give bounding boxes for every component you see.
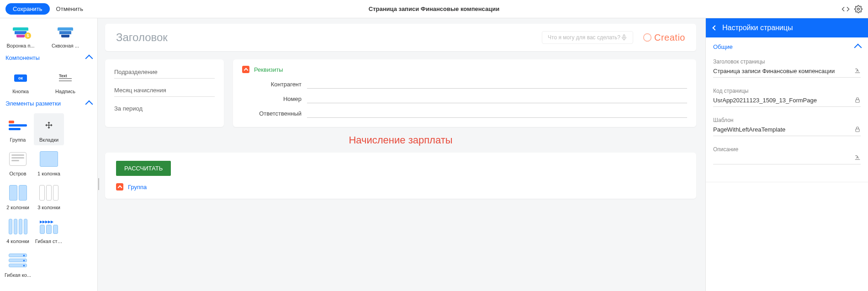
requisites-card[interactable]: Реквизиты Контрагент Номер Ответственный <box>233 59 696 127</box>
page-title: Страница записи Финансовые компенсации <box>369 5 499 12</box>
field-responsible[interactable]: Ответственный <box>242 109 687 118</box>
col1-icon <box>38 150 59 168</box>
chevron-up-icon <box>85 101 93 108</box>
palette-item-4col[interactable]: 4 колонки <box>3 215 33 247</box>
collapse-icon[interactable] <box>242 66 249 73</box>
field-number[interactable]: Номер <box>242 94 687 103</box>
tabs-layout-icon <box>38 116 59 134</box>
field-page-title[interactable]: Заголовок страницы Страница записи Финан… <box>713 58 861 78</box>
palette-item-2col[interactable]: 2 колонки <box>3 181 33 213</box>
col2-icon <box>7 184 28 202</box>
field-subdivision[interactable]: Подразделение <box>114 69 215 79</box>
svg-rect-6 <box>856 100 859 102</box>
collapse-icon[interactable] <box>116 183 123 190</box>
col3-icon <box>38 184 59 202</box>
translate-icon[interactable] <box>854 154 861 161</box>
palette-item-group[interactable]: Группа <box>3 113 33 145</box>
island-layout-icon <box>7 150 28 168</box>
palette-item-3col[interactable]: 3 колонки <box>34 181 64 213</box>
save-button[interactable]: Сохранить <box>5 3 50 15</box>
chevron-up-icon <box>85 55 93 63</box>
palette-item-tabs[interactable]: Вкладки <box>34 113 64 145</box>
settings-panel: Настройки страницы Общие Заголовок стран… <box>705 18 868 291</box>
field-template[interactable]: Шаблон PageWithLeftAreaTemplate <box>713 117 861 136</box>
svg-rect-7 <box>856 129 859 132</box>
palette-item-funnel-through[interactable]: Сквозная ... <box>49 25 81 48</box>
lock-icon <box>854 126 861 132</box>
palette-item-funnel-sales[interactable]: $ Воронка п... <box>5 25 37 48</box>
brand-icon <box>642 32 652 42</box>
cancel-button[interactable]: Отменить <box>56 5 83 12</box>
salary-label[interactable]: Начисление зарплаты <box>105 134 696 146</box>
lock-icon <box>854 97 861 103</box>
palette-item-island[interactable]: Остров <box>3 147 33 179</box>
button-icon: ок <box>11 70 30 86</box>
palette-item-label[interactable]: Text Надпись <box>49 70 81 94</box>
brand-logo: Creatio <box>642 32 685 43</box>
settings-section-general[interactable]: Общие <box>706 37 868 56</box>
flexrow-icon: ▶▶▶▶▶ <box>38 217 59 236</box>
back-icon[interactable] <box>712 25 717 30</box>
code-icon[interactable] <box>842 5 850 13</box>
palette-item-flexrow[interactable]: ▶▶▶▶▶ Гибкая стр... <box>34 215 64 247</box>
chevron-up-icon <box>854 44 862 52</box>
text-icon: Text <box>56 70 74 86</box>
section-layout[interactable]: Элементы разметки <box>0 97 97 110</box>
field-month[interactable]: Месяц начисления <box>114 87 215 97</box>
header-actions <box>842 5 863 13</box>
funnel-through-icon <box>56 25 74 40</box>
field-page-code[interactable]: Код страницы UsrApp20211123_1509_13_Form… <box>713 88 861 107</box>
flexcol-icon: ▼▼▼ <box>7 251 28 270</box>
field-description[interactable]: Описание <box>713 146 861 164</box>
search-input[interactable]: Что я могу для вас сделать? <box>542 31 633 44</box>
palette-item-button[interactable]: ок Кнопка <box>5 70 37 94</box>
section-components[interactable]: Компоненты <box>0 51 97 64</box>
group-title-requisites: Реквизиты <box>254 66 283 73</box>
translate-icon[interactable] <box>854 68 861 74</box>
mic-icon <box>621 34 627 41</box>
resize-grip[interactable] <box>98 178 99 190</box>
svg-point-0 <box>857 8 860 10</box>
group-title-group: Группа <box>128 184 147 190</box>
field-period[interactable]: За период <box>114 105 215 115</box>
settings-header: Настройки страницы <box>706 18 868 37</box>
funnel-sales-icon: $ <box>11 25 30 40</box>
palette-item-flexcol[interactable]: ▼▼▼ Гибкая ко... <box>3 249 33 280</box>
group-layout-icon <box>7 116 28 134</box>
gear-icon[interactable] <box>854 5 863 13</box>
left-palette: $ Воронка п... Сквозная ... Компоненты о… <box>0 18 98 291</box>
svg-point-5 <box>644 34 651 42</box>
title-placeholder: Заголовок <box>116 31 168 44</box>
left-fields-card[interactable]: Подразделение Месяц начисления За период <box>105 59 224 127</box>
canvas: Заголовок Что я могу для вас сделать? Cr… <box>98 18 705 291</box>
calc-card[interactable]: РАССЧИТАТЬ Группа <box>105 153 696 199</box>
top-header: Сохранить Отменить Страница записи Финан… <box>0 0 868 18</box>
palette-item-1col[interactable]: 1 колонка <box>34 147 64 179</box>
svg-rect-3 <box>623 35 625 38</box>
col4-icon <box>7 217 28 236</box>
calculate-button[interactable]: РАССЧИТАТЬ <box>116 161 171 176</box>
title-card[interactable]: Заголовок Что я могу для вас сделать? Cr… <box>105 24 696 51</box>
field-counterparty[interactable]: Контрагент <box>242 79 687 89</box>
